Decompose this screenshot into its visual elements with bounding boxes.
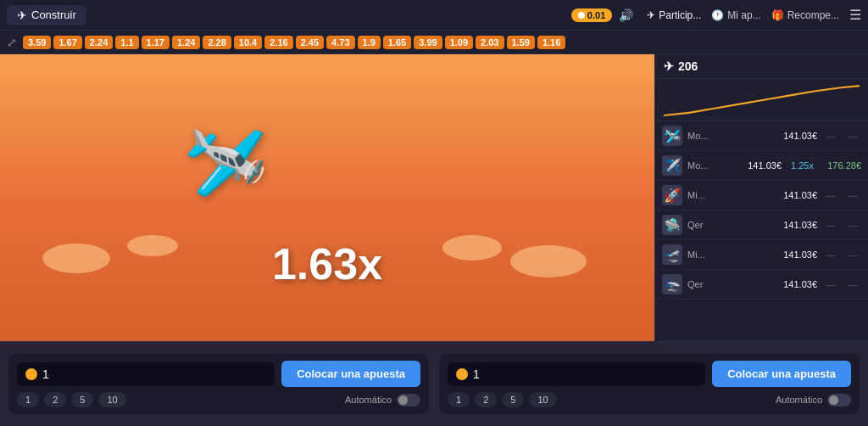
nav-center: 0.01 🔊 bbox=[571, 8, 633, 22]
player-bet: 141.03€ bbox=[783, 279, 817, 289]
bet-top-2: 1 Colocar una apuesta bbox=[448, 361, 851, 387]
tab-particip-icon: ✈ bbox=[647, 9, 655, 21]
player-mult-dash: — bbox=[822, 279, 839, 289]
quick-amount-10[interactable]: 10 bbox=[98, 392, 125, 407]
player-win-dash: — bbox=[844, 131, 861, 141]
tab-particip-label: Particip... bbox=[659, 9, 701, 21]
mult-badge: 3.99 bbox=[414, 36, 442, 49]
plane-count-icon: ✈ bbox=[664, 59, 674, 73]
player-name: Mi... bbox=[687, 249, 778, 260]
quick-amount-1[interactable]: 1 bbox=[17, 392, 39, 407]
game-area: 🛩️ 1.63x bbox=[0, 54, 654, 341]
auto-toggle-2[interactable] bbox=[827, 394, 851, 406]
tab-recompe[interactable]: 🎁 Recompe... bbox=[771, 9, 839, 21]
player-bet: 141.03€ bbox=[783, 249, 817, 260]
player-avatar: 🛫 bbox=[662, 244, 682, 265]
tab-mi-ap[interactable]: 🕐 Mi ap... bbox=[711, 9, 760, 21]
player-row: 🛬 Qer 141.03€ — — bbox=[655, 270, 868, 300]
player-mult-dash: — bbox=[822, 220, 839, 230]
multiplier-row: ⤢ 3.591.672.241.11.171.242.2810.42.162.4… bbox=[0, 31, 868, 54]
bet-panel-2: 1 Colocar una apuesta 12510 Automático bbox=[439, 354, 860, 414]
quick-amount-5[interactable]: 5 bbox=[71, 392, 93, 407]
coin-value: 0.01 bbox=[587, 10, 605, 20]
mult-badge: 1.67 bbox=[53, 36, 81, 49]
tab-mi-ap-label: Mi ap... bbox=[727, 9, 760, 21]
mult-badge: 1.17 bbox=[142, 36, 170, 49]
player-bet: 141.03€ bbox=[783, 220, 817, 230]
airplane: 🛩️ bbox=[183, 123, 268, 203]
player-avatar: 🛸 bbox=[662, 215, 682, 235]
mult-badge: 1.09 bbox=[445, 36, 473, 49]
player-avatar: 🛬 bbox=[662, 274, 682, 294]
multiplier-badges: 3.591.672.241.11.171.242.2810.42.162.454… bbox=[23, 36, 565, 49]
player-mult-dash: — bbox=[822, 190, 839, 200]
tab-recompe-label: Recompe... bbox=[787, 9, 839, 21]
coin-icon-1 bbox=[25, 368, 37, 380]
mult-badge: 1.9 bbox=[358, 36, 381, 49]
coin-dot-icon bbox=[578, 12, 585, 19]
multiplier-display: 1.63x bbox=[272, 238, 382, 289]
player-row: 🛫 Mi... 141.03€ — — bbox=[655, 240, 868, 270]
auto-label-1: Automático bbox=[345, 395, 392, 405]
build-button[interactable]: ✈ Construir bbox=[7, 5, 86, 25]
quick-amount-2[interactable]: 2 bbox=[44, 392, 66, 407]
place-bet-button-2[interactable]: Colocar una apuesta bbox=[712, 361, 851, 387]
bet-amount-1: 1 bbox=[17, 362, 275, 386]
tab-particip[interactable]: ✈ Particip... bbox=[647, 9, 701, 21]
mult-badge: 1.24 bbox=[172, 36, 200, 49]
mult-badge: 1.59 bbox=[507, 36, 535, 49]
mult-badge: 4.73 bbox=[326, 36, 354, 49]
player-win-dash: — bbox=[844, 279, 861, 289]
player-row: ✈️ Mo... 141.03€ 1.25x 176.28€ bbox=[655, 151, 868, 181]
auto-label-2: Automático bbox=[776, 395, 822, 405]
menu-icon[interactable]: ☰ bbox=[849, 7, 861, 23]
mult-badge: 1.65 bbox=[383, 36, 411, 49]
player-win-dash: — bbox=[844, 249, 861, 260]
bet-amount-2: 1 bbox=[448, 362, 705, 386]
player-mult: 1.25x bbox=[787, 160, 814, 171]
quick-amount-10[interactable]: 10 bbox=[529, 392, 556, 407]
mult-badge: 2.28 bbox=[203, 36, 231, 49]
bet-top-1: 1 Colocar una apuesta bbox=[17, 361, 420, 387]
bet-value-1: 1 bbox=[42, 367, 49, 381]
toggle-knob-1 bbox=[398, 395, 408, 405]
main-content: 🛩️ 1.63x ✈ 206 🛩️ Mo... 141.03€ — — ✈️ M… bbox=[0, 54, 868, 341]
mult-badge: 1.16 bbox=[537, 36, 565, 49]
auto-toggle-1[interactable] bbox=[397, 394, 420, 406]
quick-amount-1[interactable]: 1 bbox=[448, 392, 470, 407]
player-count-value: 206 bbox=[678, 59, 698, 73]
build-label: Construir bbox=[31, 8, 76, 21]
player-count: ✈ 206 bbox=[664, 59, 698, 73]
player-win: 176.28€ bbox=[819, 160, 861, 171]
mult-badge: 2.03 bbox=[476, 36, 504, 49]
bet-bottom-2: 12510 Automático bbox=[448, 392, 851, 407]
mult-badge: 2.45 bbox=[296, 36, 324, 49]
bet-bottom-1: 12510 Automático bbox=[17, 392, 420, 407]
mult-badge: 3.59 bbox=[23, 36, 51, 49]
volume-icon[interactable]: 🔊 bbox=[619, 8, 633, 22]
sidebar-chart bbox=[655, 79, 868, 121]
player-win-dash: — bbox=[844, 190, 861, 200]
move-icon: ⤢ bbox=[3, 34, 20, 51]
cloud-1 bbox=[42, 244, 110, 273]
coin-badge: 0.01 bbox=[571, 8, 612, 22]
player-list: 🛩️ Mo... 141.03€ — — ✈️ Mo... 141.03€ 1.… bbox=[655, 121, 868, 341]
mult-badge: 2.24 bbox=[85, 36, 113, 49]
player-name: Mo... bbox=[687, 131, 778, 141]
player-row: 🛸 Qer 141.03€ — — bbox=[655, 210, 868, 240]
player-row: 🛩️ Mo... 141.03€ — — bbox=[655, 121, 868, 151]
chart-svg bbox=[664, 82, 860, 117]
quick-amount-5[interactable]: 5 bbox=[502, 392, 524, 407]
place-bet-button-1[interactable]: Colocar una apuesta bbox=[281, 361, 420, 387]
coin-icon-2 bbox=[456, 368, 468, 380]
player-avatar: 🚀 bbox=[662, 185, 682, 205]
top-nav: ✈ Construir 0.01 🔊 ✈ Particip... 🕐 Mi ap… bbox=[0, 0, 868, 31]
gift-icon: 🎁 bbox=[771, 9, 784, 21]
sidebar-header: ✈ 206 bbox=[655, 54, 868, 79]
bet-value-2: 1 bbox=[473, 367, 480, 381]
sidebar: ✈ 206 🛩️ Mo... 141.03€ — — ✈️ Mo... 141.… bbox=[654, 54, 868, 341]
player-bet: 141.03€ bbox=[748, 160, 782, 171]
cloud-3 bbox=[510, 245, 587, 277]
quick-amount-2[interactable]: 2 bbox=[475, 392, 497, 407]
player-mult-dash: — bbox=[822, 249, 839, 260]
